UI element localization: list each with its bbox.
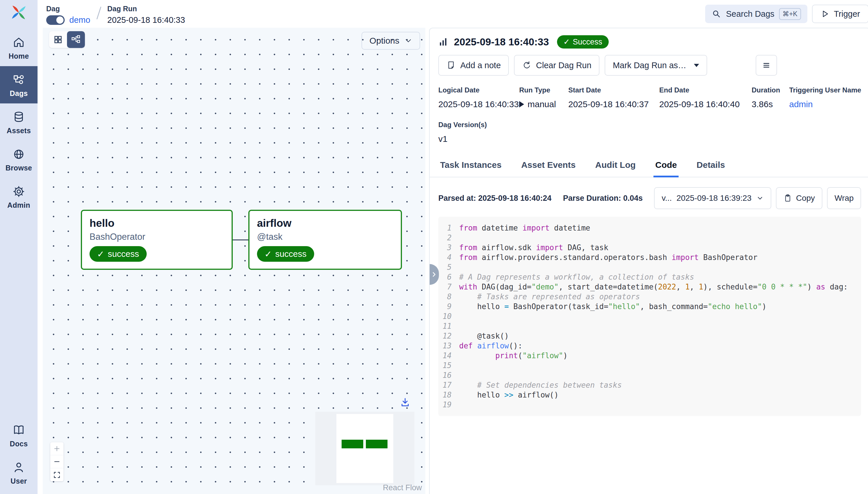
- check-icon: ✓: [564, 37, 570, 46]
- sidebar-item-user[interactable]: User: [0, 454, 38, 491]
- sidebar-item-label: Home: [9, 52, 29, 60]
- minimap-node: [366, 440, 388, 448]
- code-line: 19: [438, 400, 861, 410]
- task-edge: [233, 240, 248, 240]
- wrap-label: Wrap: [834, 193, 853, 203]
- sidebar-item-docs[interactable]: Docs: [0, 417, 38, 454]
- add-note-label: Add a note: [460, 61, 501, 70]
- check-icon: ✓: [97, 249, 104, 259]
- breadcrumb-run-label: Dag Run: [107, 5, 185, 13]
- task-node-operator: BashOperator: [90, 232, 224, 242]
- download-icon: [400, 397, 410, 407]
- copy-label: Copy: [796, 193, 815, 203]
- app-root: Home Dags Assets Browse Admin Docs U: [0, 0, 868, 494]
- graph-options-button[interactable]: Options: [361, 32, 420, 50]
- task-status-label: success: [275, 249, 307, 259]
- dagrun-panel: 2025-09-18 16:40:33 ✓ Success Add a note: [429, 28, 868, 494]
- meta-duration: Duration 3.86s: [752, 86, 789, 109]
- code-line: 10: [438, 311, 861, 321]
- minus-icon: [53, 458, 61, 466]
- grid-view-button[interactable]: [49, 31, 67, 48]
- code-line: 16: [438, 370, 861, 380]
- run-status-badge: ✓ Success: [557, 35, 609, 49]
- sidebar-item-label: Docs: [10, 440, 28, 448]
- code-line: 3from airflow.sdk import DAG, task: [438, 243, 861, 252]
- dag-graph-icon: [12, 73, 25, 87]
- database-icon: [12, 110, 25, 124]
- sidebar-item-browse[interactable]: Browse: [0, 141, 38, 178]
- search-dags-button[interactable]: Search Dags ⌘+K: [705, 5, 807, 23]
- tab-code[interactable]: Code: [653, 156, 678, 177]
- trigger-button[interactable]: Trigger: [812, 5, 868, 23]
- search-label: Search Dags: [726, 9, 774, 19]
- task-node-airflow[interactable]: airflow @task ✓ success: [248, 210, 402, 270]
- graph-view-button[interactable]: [67, 31, 85, 48]
- mark-dagrun-as-button[interactable]: Mark Dag Run as…: [605, 55, 707, 76]
- tab-audit-log[interactable]: Audit Log: [593, 156, 637, 177]
- check-icon: ✓: [264, 249, 272, 259]
- clipboard-icon: [783, 194, 792, 203]
- code-stats: Parsed at: 2025-09-18 16:40:24 Parse Dur…: [438, 194, 643, 203]
- dag-version-select[interactable]: v... 2025-09-18 16:39:23: [654, 187, 771, 209]
- copy-code-button[interactable]: Copy: [776, 187, 822, 209]
- main-area: Dag demo Dag Run 2025-09-18 16:40:33 Sea…: [38, 0, 868, 494]
- triggering-user-link[interactable]: admin: [789, 99, 813, 109]
- minimap-viewport: [336, 414, 393, 483]
- wrap-toggle-button[interactable]: Wrap: [827, 187, 861, 209]
- run-header: 2025-09-18 16:40:33 ✓ Success: [438, 35, 861, 49]
- play-icon: [519, 101, 524, 108]
- sidebar-item-dags[interactable]: Dags: [0, 66, 38, 103]
- code-lines: 1from datetime import datetime23from air…: [438, 223, 861, 410]
- zoom-out-button[interactable]: [50, 455, 63, 468]
- breadcrumb-separator: [96, 7, 101, 20]
- sidebar-item-assets[interactable]: Assets: [0, 103, 38, 141]
- panel-collapse-handle[interactable]: [430, 264, 439, 285]
- breadcrumb-dagrun: Dag Run 2025-09-18 16:40:33: [107, 3, 185, 25]
- graph-canvas[interactable]: Options hello BashOperator ✓ success air…: [43, 28, 425, 494]
- clear-dagrun-button[interactable]: Clear Dag Run: [514, 55, 599, 76]
- more-menu-button[interactable]: [756, 55, 777, 76]
- parse-duration-text: Parse Duration: 0.04s: [563, 194, 643, 203]
- tab-asset-events[interactable]: Asset Events: [519, 156, 577, 177]
- airflow-logo-icon: [11, 4, 27, 21]
- breadcrumb-dag-link[interactable]: demo: [69, 15, 91, 25]
- chevron-down-icon: [405, 37, 412, 44]
- breadcrumb-dag: Dag demo: [46, 3, 91, 25]
- minimap[interactable]: [315, 412, 414, 485]
- add-note-button[interactable]: Add a note: [438, 55, 509, 76]
- task-node-title: hello: [90, 217, 224, 229]
- zoom-controls: [50, 442, 63, 481]
- task-node-hello[interactable]: hello BashOperator ✓ success: [81, 210, 233, 270]
- fit-view-button[interactable]: [50, 468, 63, 481]
- task-status-label: success: [108, 249, 139, 259]
- minimap-node: [341, 440, 363, 448]
- version-prefix: v...: [662, 193, 672, 203]
- globe-icon: [12, 148, 25, 161]
- code-viewer[interactable]: 1from datetime import datetime23from air…: [438, 217, 861, 416]
- code-line: 1from datetime import datetime: [438, 223, 861, 233]
- run-metadata: Logical Date 2025-09-18 16:40:33 Run Typ…: [438, 86, 861, 109]
- code-line: 13def airflow():: [438, 341, 861, 351]
- grid-icon: [53, 35, 63, 44]
- breadcrumb-run-value: 2025-09-18 16:40:33: [107, 15, 185, 25]
- zoom-in-button[interactable]: [50, 442, 63, 455]
- graph-options-label: Options: [370, 36, 399, 46]
- tab-details[interactable]: Details: [695, 156, 727, 177]
- sidebar-item-label: Dags: [10, 89, 28, 98]
- search-icon: [711, 9, 721, 19]
- download-graph-button[interactable]: [400, 397, 410, 408]
- sidebar-item-label: Admin: [7, 201, 30, 209]
- code-line: 12 @task(): [438, 331, 861, 341]
- dag-pause-toggle[interactable]: [46, 15, 65, 25]
- tab-task-instances[interactable]: Task Instances: [438, 156, 503, 177]
- panel-tabs: Task Instances Asset Events Audit Log Co…: [430, 156, 868, 177]
- home-icon: [12, 36, 25, 49]
- code-line: 14 print("airflow"): [438, 351, 861, 361]
- meta-end-date: End Date 2025-09-18 16:40:40: [659, 86, 752, 109]
- code-line: 11: [438, 321, 861, 331]
- search-shortcut-badge: ⌘+K: [779, 8, 801, 20]
- topbar: Dag demo Dag Run 2025-09-18 16:40:33 Sea…: [38, 0, 868, 28]
- sidebar-item-admin[interactable]: Admin: [0, 178, 38, 215]
- sidebar-item-home[interactable]: Home: [0, 29, 38, 66]
- sidebar-item-label: Assets: [7, 127, 31, 135]
